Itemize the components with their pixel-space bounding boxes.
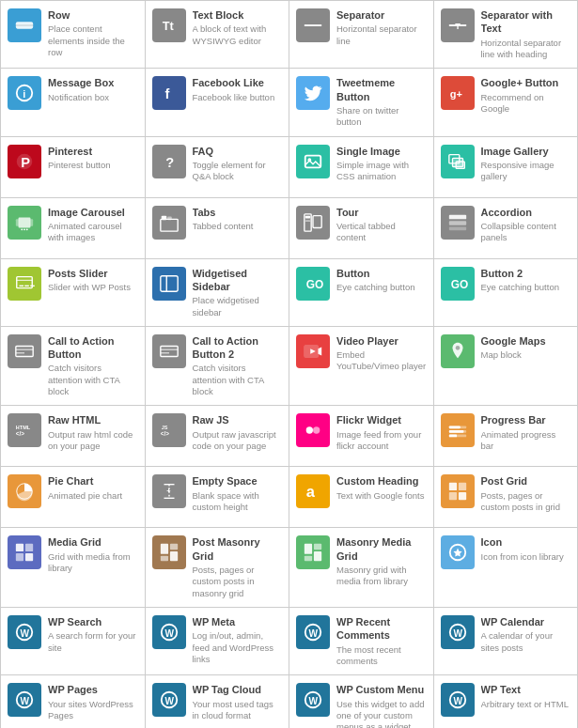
- tabs-desc: Tabbed content: [193, 221, 283, 232]
- video-player-desc: Embed YouTube/Vimeo player: [336, 349, 427, 373]
- svg-text:W: W: [308, 628, 318, 639]
- wp-meta-title: WP Meta: [193, 615, 283, 628]
- cell-image-gallery[interactable]: Image GalleryResponsive image gallery: [434, 137, 578, 197]
- cell-custom-heading[interactable]: aCustom HeadingText with Google fonts: [289, 467, 433, 527]
- cell-icon[interactable]: IconIcon from icon library: [434, 528, 578, 607]
- cell-accordion[interactable]: AccordionCollapsible content panels: [434, 198, 578, 258]
- cell-post-masonry[interactable]: Post Masonry GridPosts, pages or custom …: [146, 528, 289, 607]
- svg-text:GO: GO: [450, 277, 467, 290]
- svg-rect-59: [448, 430, 463, 433]
- button-title: Button: [336, 267, 427, 280]
- svg-rect-79: [169, 552, 177, 562]
- cell-separator-text[interactable]: TSeparator with TextHorizontal separator…: [434, 1, 578, 68]
- cell-media-grid[interactable]: Media GridGrid with media from library: [1, 528, 145, 607]
- cell-row[interactable]: RowPlace content elements inside the row: [1, 1, 145, 68]
- cell-wp-tag-cloud[interactable]: WWP Tag CloudYour most used tags in clou…: [146, 675, 289, 728]
- svg-rect-82: [305, 556, 312, 562]
- cell-tweetme[interactable]: Tweetmeme ButtonShare on twitter button: [289, 69, 433, 135]
- cell-empty-space[interactable]: +Empty SpaceBlank space with custom heig…: [146, 467, 289, 527]
- cell-cta-button2[interactable]: Call to Action Button 2Catch visitors at…: [146, 327, 289, 406]
- separator-title: Separator: [336, 8, 427, 22]
- svg-text:f: f: [164, 86, 169, 101]
- cell-pie-chart[interactable]: Pie ChartAnimated pie chart: [1, 467, 145, 527]
- cell-button[interactable]: GOButtonEye catching button: [289, 259, 433, 326]
- cell-progress-bar[interactable]: Progress BarAnimated progress bar: [434, 406, 578, 466]
- svg-rect-18: [19, 217, 31, 227]
- svg-text:Tt: Tt: [162, 19, 174, 33]
- wp-text-title: WP Text: [481, 683, 571, 696]
- cell-widgetised-sidebar[interactable]: Widgetised SidebarPlace widgetised sideb…: [146, 259, 289, 326]
- empty-space-desc: Blank space with custom height: [193, 490, 283, 514]
- svg-rect-76: [160, 544, 167, 554]
- cell-wp-recent-comments[interactable]: WWP Recent CommentsThe most recent comme…: [289, 608, 433, 674]
- cell-image-carousel[interactable]: Image CarouselAnimated carousel with ima…: [1, 198, 145, 258]
- cell-post-grid[interactable]: Post GridPosts, pages or custom posts in…: [434, 467, 578, 527]
- wp-pages-title: WP Pages: [48, 683, 138, 696]
- wp-tag-cloud-icon: W: [152, 683, 186, 717]
- raw-html-desc: Output raw html code on your page: [48, 429, 138, 453]
- pie-chart-desc: Animated pie chart: [48, 490, 138, 502]
- svg-rect-26: [167, 216, 172, 220]
- wp-calendar-icon: W: [441, 615, 475, 649]
- cell-wp-meta[interactable]: WWP MetaLog in/out, admin, feed and Word…: [146, 608, 289, 674]
- accordion-desc: Collapsible content panels: [481, 221, 571, 244]
- svg-text:i: i: [23, 88, 25, 100]
- tweetme-icon: [296, 76, 330, 110]
- svg-point-55: [313, 427, 320, 434]
- svg-rect-68: [448, 483, 456, 490]
- cell-raw-js[interactable]: JS</>Raw JSOutput raw javascript code on…: [146, 406, 289, 466]
- cell-wp-calendar[interactable]: WWP CalendarA calendar of your sites pos…: [434, 608, 578, 674]
- cell-wp-text[interactable]: WWP TextArbitrary text or HTML: [434, 675, 578, 728]
- svg-rect-41: [16, 346, 33, 356]
- cell-tabs[interactable]: TabsTabbed content: [146, 198, 289, 258]
- cell-separator[interactable]: SeparatorHorizontal separator line: [289, 1, 433, 68]
- svg-rect-32: [448, 221, 465, 225]
- wp-search-title: WP Search: [48, 615, 138, 628]
- cell-posts-slider[interactable]: ▬ ▬ ▬Posts SliderSlider with WP Posts: [1, 259, 145, 326]
- svg-text:GO: GO: [306, 277, 323, 290]
- cell-wp-pages[interactable]: WWP PagesYour sites WordPress Pages: [1, 675, 145, 728]
- media-grid-title: Media Grid: [48, 535, 138, 549]
- image-gallery-title: Image Gallery: [481, 145, 571, 158]
- cell-message-box[interactable]: iMessage BoxNotification box: [1, 69, 145, 135]
- progress-bar-desc: Animated progress bar: [481, 429, 571, 453]
- cell-flickr[interactable]: Flickr WidgetImage feed from your flickr…: [289, 406, 433, 466]
- cell-faq[interactable]: ?FAQToggle element for Q&A block: [146, 137, 289, 197]
- wp-custom-menu-icon: W: [296, 683, 330, 717]
- cell-video-player[interactable]: Video PlayerEmbed YouTube/Vimeo player: [289, 327, 433, 406]
- row-title: Row: [48, 8, 138, 22]
- cell-button2[interactable]: GOButton 2Eye catching button: [434, 259, 578, 326]
- cell-masonry-media[interactable]: Masonry Media GridMasonry grid with medi…: [289, 528, 433, 607]
- svg-rect-44: [160, 346, 177, 356]
- googleplus-title: Google+ Button: [481, 76, 571, 89]
- svg-text:W: W: [20, 696, 29, 706]
- facebook-like-icon: f: [152, 76, 186, 110]
- cell-wp-custom-menu[interactable]: WWP Custom MenuUse this widget to add on…: [289, 675, 433, 728]
- flickr-icon: [296, 413, 330, 447]
- svg-rect-30: [313, 215, 321, 227]
- message-box-title: Message Box: [48, 76, 138, 89]
- post-masonry-title: Post Masonry Grid: [193, 535, 283, 563]
- svg-point-23: [26, 228, 28, 230]
- wp-custom-menu-title: WP Custom Menu: [336, 683, 427, 696]
- cell-googleplus[interactable]: g+Google+ ButtonRecommend on Google: [434, 69, 578, 135]
- cell-raw-html[interactable]: HTML</>Raw HTMLOutput raw html code on y…: [1, 406, 145, 466]
- posts-slider-desc: Slider with WP Posts: [48, 282, 138, 293]
- google-maps-title: Google Maps: [481, 334, 571, 348]
- cell-pinterest[interactable]: PPinterestPinterest button: [1, 137, 145, 197]
- raw-js-desc: Output raw javascript code on your page: [193, 429, 283, 453]
- cell-tour[interactable]: TourVertical tabbed content: [289, 198, 433, 258]
- cell-facebook-like[interactable]: fFacebook LikeFacebook like button: [146, 69, 289, 135]
- cell-google-maps[interactable]: Google MapsMap block: [434, 327, 578, 406]
- cell-cta-button[interactable]: Call to Action ButtonCatch visitors atte…: [1, 327, 145, 406]
- wp-pages-icon: W: [8, 683, 41, 717]
- cell-single-image[interactable]: Single ImageSimple image with CSS animat…: [289, 137, 433, 197]
- cell-text-block[interactable]: TtText BlockA block of text with WYSIWYG…: [146, 1, 289, 68]
- tour-icon: [296, 206, 330, 240]
- cell-wp-search[interactable]: WWP SearchA search form for your site: [1, 608, 145, 674]
- empty-space-title: Empty Space: [193, 474, 283, 488]
- pinterest-desc: Pinterest button: [48, 160, 138, 171]
- svg-rect-72: [16, 544, 23, 551]
- tour-title: Tour: [336, 206, 427, 219]
- wp-text-desc: Arbitrary text or HTML: [481, 699, 571, 710]
